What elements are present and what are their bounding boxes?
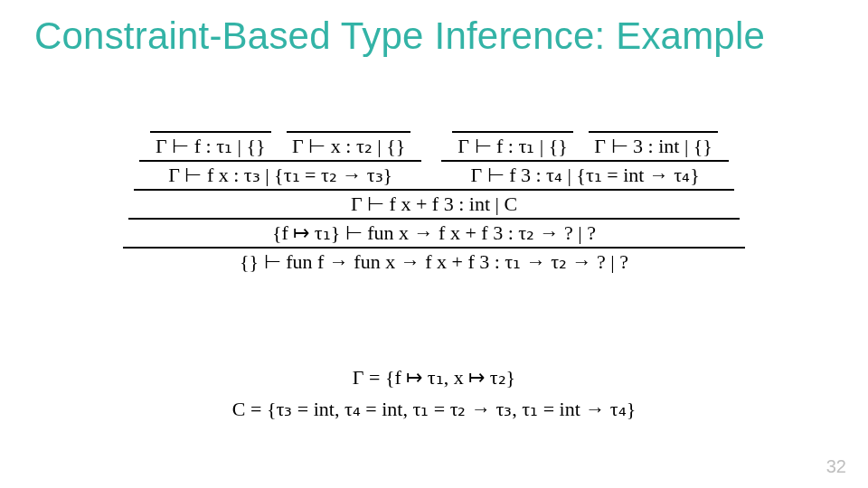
axiom-x: Γ ⊢ x : τ₂ | {} [287,131,410,158]
derivation-tree: Γ ⊢ f : τ₁ | {} Γ ⊢ x : τ₂ | {} Γ ⊢ f x … [0,131,868,274]
axiom-f-right: Γ ⊢ f : τ₁ | {} [452,131,573,158]
rule-app-f3: Γ ⊢ f : τ₁ | {} Γ ⊢ 3 : int | {} Γ ⊢ f 3… [441,131,729,187]
judgment-sum: Γ ⊢ f x + f 3 : int | C [134,189,734,216]
judgment-fun-x: {f ↦ τ₁} ⊢ fun x → f x + f 3 : τ₂ → ? | … [128,218,740,245]
judgment-f3: Γ ⊢ f 3 : τ₄ | {τ₁ = int → τ₄} [441,160,729,187]
rule-fun-x: Γ ⊢ f : τ₁ | {} Γ ⊢ x : τ₂ | {} Γ ⊢ f x … [128,131,740,245]
slide: Constraint-Based Type Inference: Example… [0,0,868,488]
page-title: Constraint-Based Type Inference: Example [34,14,765,58]
gamma-def: Γ = {f ↦ τ₁, x ↦ τ₂} [0,361,868,393]
rule-fun-f: Γ ⊢ f : τ₁ | {} Γ ⊢ x : τ₂ | {} Γ ⊢ f x … [123,131,745,274]
judgment-fx: Γ ⊢ f x : τ₃ | {τ₁ = τ₂ → τ₃} [139,160,421,187]
c-def: C = {τ₃ = int, τ₄ = int, τ₁ = τ₂ → τ₃, τ… [0,393,868,425]
judgment-fun-f: {} ⊢ fun f → fun x → f x + f 3 : τ₁ → τ₂… [123,247,745,274]
axiom-f-left: Γ ⊢ f : τ₁ | {} [150,131,271,158]
rule-app-fx: Γ ⊢ f : τ₁ | {} Γ ⊢ x : τ₂ | {} Γ ⊢ f x … [139,131,421,187]
rule-plus: Γ ⊢ f : τ₁ | {} Γ ⊢ x : τ₂ | {} Γ ⊢ f x … [134,131,734,216]
slide-number: 32 [826,456,846,477]
axiom-3: Γ ⊢ 3 : int | {} [589,131,718,158]
definitions: Γ = {f ↦ τ₁, x ↦ τ₂} C = {τ₃ = int, τ₄ =… [0,361,868,425]
